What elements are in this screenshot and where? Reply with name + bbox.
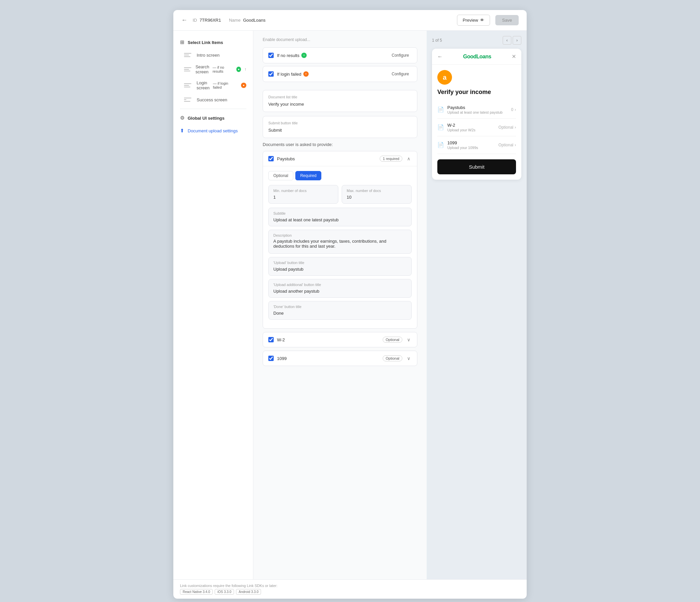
sidebar-item-doc-upload[interactable]: ⬆ Document upload settings <box>173 124 253 137</box>
upload-btn-label: 'Upload' button title <box>273 261 407 265</box>
paystubs-optional-btn[interactable]: Optional <box>268 171 293 180</box>
login-tag: — if login failed <box>213 81 238 89</box>
preview-logo-letter: a <box>443 74 446 81</box>
preview-prev-btn[interactable]: ‹ <box>503 36 511 45</box>
login-label: Login screen <box>197 80 210 90</box>
description-input[interactable] <box>273 239 407 249</box>
1099-header[interactable]: 1099 Optional ∨ <box>263 351 417 366</box>
paystubs-name: Paystubs <box>277 156 376 161</box>
preview-button[interactable]: Preview 👁 <box>457 15 490 26</box>
if-login-failed-row: If login failed + Configure <box>262 66 417 82</box>
description-field: Description <box>268 230 412 254</box>
preview-card-body: a Verify your income 📄 Paystubs Upload a… <box>432 65 521 180</box>
select-link-label: Select Link Items <box>188 40 223 45</box>
if-login-failed-configure[interactable]: Configure <box>389 70 412 78</box>
preview-doc-row-w2[interactable]: 📄 W-2 Upload your W2s Optional › <box>438 119 516 136</box>
preview-w2-name: W-2 <box>447 123 495 128</box>
grid-icon: ⊞ <box>180 39 184 45</box>
paystubs-toggle-group: Optional Required <box>268 166 412 180</box>
submit-button-title-input[interactable]: Submit <box>268 128 412 133</box>
done-btn-field: 'Done' button title Done <box>268 301 412 320</box>
intro-label: Intro screen <box>197 53 246 58</box>
search-up-icon: ↑ <box>244 67 246 72</box>
settings-icon: ⚙ <box>180 115 184 121</box>
done-btn-input[interactable]: Done <box>273 311 407 316</box>
max-docs-label: Max. number of docs <box>347 189 407 193</box>
preview-1099-right: Optional › <box>498 143 516 147</box>
preview-paystubs-chevron: › <box>515 107 516 112</box>
sidebar-item-select-link[interactable]: ⊞ Select Link Items <box>173 36 253 49</box>
preview-paystubs-count: 0 <box>511 107 513 112</box>
max-docs-input[interactable]: 10 <box>347 195 407 200</box>
preview-card: ← GoodLoans ✕ a Verify your income 📄 Pay… <box>432 49 521 180</box>
preview-doc-row-paystubs[interactable]: 📄 Paystubs Upload at least one latest pa… <box>438 101 516 119</box>
doc-list-title-input[interactable]: Verify your income <box>268 102 412 107</box>
sidebar-item-success[interactable]: Success screen <box>173 93 253 106</box>
paystubs-num-row: Min. number of docs 1 Max. number of doc… <box>268 185 412 204</box>
preview-card-header: ← GoodLoans ✕ <box>432 49 521 65</box>
if-login-failed-checkbox[interactable] <box>268 71 274 77</box>
min-docs-field: Min. number of docs 1 <box>268 185 338 204</box>
paystubs-required-btn[interactable]: Required <box>295 171 322 180</box>
preview-doc-row-1099[interactable]: 📄 1099 Upload your 1099s Optional › <box>438 136 516 154</box>
sidebar-item-intro[interactable]: Intro screen <box>173 49 253 61</box>
id-label: ID 7TR96XR1 <box>193 18 221 23</box>
upload-additional-label: 'Upload additional' button title <box>273 283 407 287</box>
max-docs-field: Max. number of docs 10 <box>342 185 412 204</box>
preview-w2-sub: Upload your W2s <box>447 128 495 132</box>
preview-back-btn[interactable]: ← <box>438 54 443 60</box>
success-icon <box>184 96 193 103</box>
upload-btn-input[interactable]: Upload paystub <box>273 267 407 272</box>
save-button[interactable]: Save <box>495 15 519 25</box>
paystubs-checkbox[interactable] <box>268 156 274 161</box>
sidebar: ⊞ Select Link Items Intro screen Search … <box>173 31 253 579</box>
if-no-results-configure[interactable]: Configure <box>389 52 412 59</box>
badge-ios: iOS 3.3.0 <box>215 589 234 595</box>
if-no-results-checkbox[interactable] <box>268 53 274 58</box>
preview-1099-optional: Optional <box>498 143 513 147</box>
w2-doc-item: W-2 Optional ∨ <box>262 332 417 347</box>
paystubs-badge: 1 required <box>380 156 402 162</box>
done-btn-label: 'Done' button title <box>273 305 407 309</box>
sidebar-item-global-ui[interactable]: ⚙ Global UI settings <box>173 112 253 124</box>
global-ui-label: Global UI settings <box>188 116 225 121</box>
preview-doc-info-w2: W-2 Upload your W2s <box>447 123 495 132</box>
preview-nav: 1 of 5 ‹ › <box>432 36 521 45</box>
enable-label: Enable document upload... <box>262 37 417 42</box>
submit-button-title-field: Submit button title Submit <box>262 116 417 138</box>
id-value: 7TR96XR1 <box>200 18 221 23</box>
submit-button-title-label: Submit button title <box>268 121 412 125</box>
1099-checkbox[interactable] <box>268 356 274 361</box>
w2-expand-btn[interactable]: ∨ <box>406 336 412 343</box>
w2-header[interactable]: W-2 Optional ∨ <box>263 332 417 347</box>
if-no-results-row: If no results + Configure <box>262 47 417 63</box>
name-label: Name GoodLoans <box>229 18 266 23</box>
w2-checkbox[interactable] <box>268 337 274 342</box>
upload-additional-field: 'Upload additional' button title Upload … <box>268 279 412 298</box>
upload-additional-input[interactable]: Upload another paystub <box>273 289 407 294</box>
sidebar-item-login[interactable]: Login screen — if login failed ● <box>173 77 253 93</box>
preview-next-btn[interactable]: › <box>512 36 521 45</box>
sidebar-item-search[interactable]: Search screen — if no results ● ↑ <box>173 61 253 77</box>
footer-badges: React Native 3.4.0 iOS 3.3.0 Android 3.3… <box>180 589 520 595</box>
w2-name: W-2 <box>277 337 379 342</box>
min-docs-label: Min. number of docs <box>273 189 333 193</box>
eye-icon: 👁 <box>480 18 484 23</box>
preview-brand-name: GoodLoans <box>463 54 491 60</box>
min-docs-input[interactable]: 1 <box>273 195 333 200</box>
preview-doc-info-1099: 1099 Upload your 1099s <box>447 140 495 150</box>
preview-w2-optional: Optional <box>498 125 513 130</box>
back-button[interactable]: ← <box>181 17 188 24</box>
paystubs-collapse-btn[interactable]: ∧ <box>406 155 412 162</box>
paystubs-header[interactable]: Paystubs 1 required ∧ <box>263 151 417 166</box>
login-status-dot: ● <box>241 83 246 88</box>
upload-btn-field: 'Upload' button title Upload paystub <box>268 257 412 276</box>
subtitle-input[interactable]: Upload at least one latest paystub <box>273 217 407 222</box>
preview-submit-btn[interactable]: Submit <box>438 159 516 174</box>
if-no-results-label: If no results + <box>277 53 386 58</box>
doc-upload-label: Document upload settings <box>188 128 238 133</box>
1099-expand-btn[interactable]: ∨ <box>406 355 412 362</box>
preview-panel: 1 of 5 ‹ › ← GoodLoans ✕ a Verify your i… <box>427 31 527 579</box>
preview-close-btn[interactable]: ✕ <box>512 53 516 60</box>
preview-arrows: ‹ › <box>503 36 521 45</box>
